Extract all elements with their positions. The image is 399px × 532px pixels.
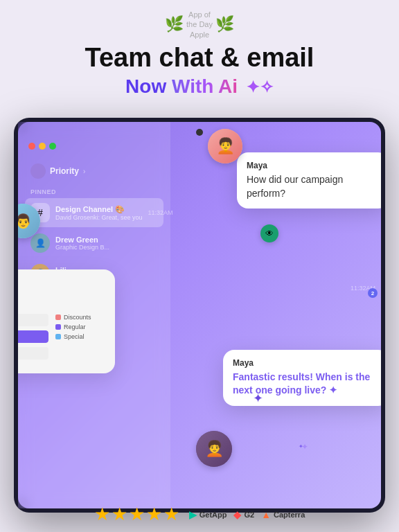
minimize-dot[interactable] bbox=[39, 143, 46, 150]
design-channel-sub: David Grosenki: Great, see you bbox=[55, 214, 143, 221]
star-3: ★ bbox=[129, 504, 145, 525]
bar-fill-2: 297 bbox=[18, 330, 48, 343]
close-dot[interactable] bbox=[28, 143, 35, 150]
capterra-label: Capterra bbox=[274, 511, 305, 519]
eye-badge: 👁 bbox=[260, 224, 278, 242]
star-1: ★ bbox=[94, 504, 110, 525]
bar-row-1: 226 bbox=[18, 314, 48, 326]
device-screen: Priority › PINNED # Design Channel 🎨 Dav… bbox=[18, 122, 381, 508]
sparkle-icon: ✦✧ bbox=[246, 78, 274, 97]
star-5: ★ bbox=[163, 504, 179, 525]
maya-bottom-chat-card: Maya Fantastic results! When is the next… bbox=[223, 350, 381, 406]
bar-row-3: 219 bbox=[18, 347, 48, 360]
drew-sub: Graphic Design B... bbox=[55, 244, 109, 251]
maya-top-chat-card: Maya How did our campaign perform? bbox=[237, 152, 381, 209]
star-2: ★ bbox=[112, 504, 127, 525]
maya-bottom-sender: Maya bbox=[233, 358, 380, 368]
pinned-label: PINNED bbox=[25, 186, 163, 198]
bottom-row: ★ ★ ★ ★ ★ ▶ GetApp ◆ G2 ▲ Capterra bbox=[0, 504, 399, 525]
sidebar-item-design[interactable]: # Design Channel 🎨 David Grosenki: Great… bbox=[25, 198, 163, 227]
bar-legend: Discounts Regular Special bbox=[55, 314, 104, 364]
g2-label: G2 bbox=[244, 511, 254, 519]
chevron-icon: › bbox=[83, 168, 85, 175]
maya-top-message: How did our campaign perform? bbox=[247, 173, 380, 200]
legend-regular: Regular bbox=[55, 323, 104, 330]
rick-sender: Rick bbox=[18, 279, 104, 290]
getapp-icon: ▶ bbox=[189, 509, 197, 520]
sparkle-decoration-1: ✦ bbox=[253, 391, 263, 406]
priority-row[interactable]: Priority › bbox=[25, 159, 163, 183]
maximize-dot[interactable] bbox=[49, 143, 56, 150]
drew-avatar: 👤 bbox=[30, 233, 50, 253]
rick-message: Check it out 😎 bbox=[18, 294, 104, 305]
capterra-badge: ▲ Capterra bbox=[261, 509, 305, 520]
bar-track-3: 219 bbox=[18, 347, 48, 360]
rick-chat-card: Rick Check it out 😎 226 bbox=[18, 269, 115, 373]
drew-name: Drew Green bbox=[55, 236, 109, 244]
design-channel-name: Design Channel 🎨 bbox=[55, 205, 143, 214]
window-controls bbox=[25, 143, 163, 150]
unread-badge: 2 bbox=[368, 288, 378, 298]
legend-special: Special bbox=[55, 333, 104, 340]
device-wrapper: Priority › PINNED # Design Channel 🎨 Dav… bbox=[14, 118, 385, 532]
app-badge-area: 🌿 App of the Day Apple 🌿 bbox=[0, 0, 399, 39]
laurel-left-icon: 🌿 bbox=[165, 17, 184, 32]
legend-dot-blue bbox=[55, 334, 61, 339]
hero-subtitle-with-ai: With Ai bbox=[172, 76, 243, 97]
stars-area: ★ ★ ★ ★ ★ bbox=[94, 504, 179, 525]
legend-discounts: Discounts bbox=[55, 314, 104, 321]
camera bbox=[196, 129, 203, 136]
design-channel-time: 11:32AM bbox=[148, 209, 173, 216]
legend-dot-pink bbox=[55, 314, 61, 320]
badge-text: App of the Day Apple bbox=[186, 10, 213, 39]
sidebar-item-drew[interactable]: 👤 Drew Green Graphic Design B... bbox=[25, 229, 163, 258]
hero-subtitle: Now With Ai ✦✧ bbox=[0, 76, 399, 98]
getapp-badge: ▶ GetApp bbox=[189, 509, 227, 520]
g2-icon: ◆ bbox=[233, 509, 241, 520]
star-4: ★ bbox=[146, 504, 162, 525]
hero-title: Team chat & email bbox=[0, 44, 399, 73]
laurel-right-icon: 🌿 bbox=[215, 17, 234, 32]
bars-area: 226 297 219 bbox=[18, 314, 48, 364]
legend-label-regular: Regular bbox=[64, 323, 86, 330]
priority-avatar bbox=[30, 163, 46, 179]
legend-label-special: Special bbox=[64, 333, 85, 340]
sparkle-decoration-3: ✦ bbox=[299, 443, 303, 450]
legend-dot-purple bbox=[55, 324, 61, 330]
maya-top-sender: Maya bbox=[247, 161, 380, 170]
badge-laurel: 🌿 App of the Day Apple 🌿 bbox=[165, 10, 234, 39]
capterra-icon: ▲ bbox=[261, 509, 271, 520]
hero-subtitle-now: Now bbox=[125, 76, 172, 97]
device-frame: Priority › PINNED # Design Channel 🎨 Dav… bbox=[14, 118, 385, 513]
bar-track-2: 297 bbox=[18, 330, 48, 343]
bar-track-1: 226 bbox=[18, 314, 48, 326]
g2-badge: ◆ G2 bbox=[233, 509, 254, 520]
legend-label-discounts: Discounts bbox=[64, 314, 91, 321]
getapp-label: GetApp bbox=[200, 511, 227, 519]
bar-chart: 226 297 219 bbox=[18, 314, 104, 364]
maya-bottom-avatar: 🧑‍🦱 bbox=[196, 431, 232, 467]
bar-row-2: 297 bbox=[18, 330, 48, 343]
priority-label: Priority bbox=[50, 166, 79, 176]
review-badges: ▶ GetApp ◆ G2 ▲ Capterra bbox=[189, 509, 305, 520]
maya-top-avatar: 🧑‍🦱 bbox=[208, 129, 242, 163]
